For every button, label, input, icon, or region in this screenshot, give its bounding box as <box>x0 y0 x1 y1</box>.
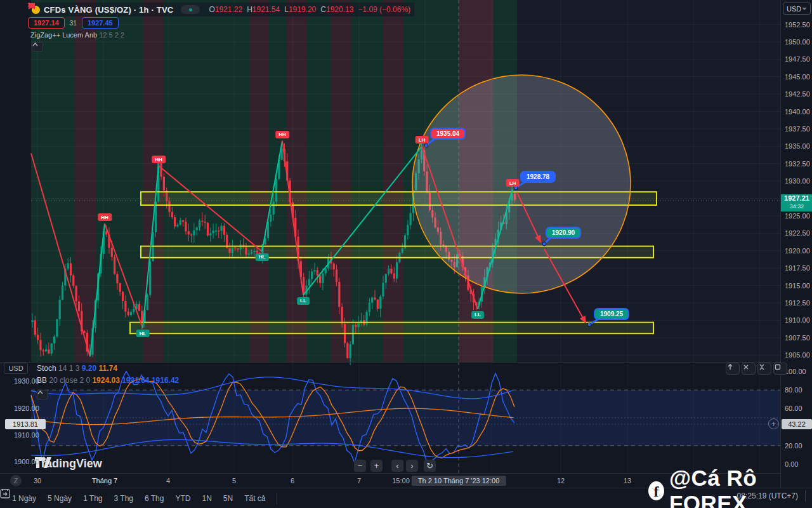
price-callout[interactable]: 1935.04 <box>430 128 466 140</box>
bb-legend[interactable]: BB 20 close 2 0 1924.03 1931.64 1916.42 <box>37 376 179 385</box>
buy-button[interactable]: 1927.45 <box>82 17 119 29</box>
watermark-text: @Cá Rô FOREX <box>669 465 812 508</box>
range-button-1n[interactable]: 1N <box>196 491 217 505</box>
divider <box>277 493 277 504</box>
bb-lower-value: 1916.42 <box>152 376 179 385</box>
chevron-left-button[interactable]: ‹ <box>391 460 403 472</box>
dot-icon <box>189 8 192 11</box>
spread-value: 31 <box>70 20 77 27</box>
waves-icon <box>28 3 34 8</box>
time-tick: 12 <box>557 477 565 485</box>
current-price: 1927.21 <box>781 194 812 203</box>
time-tick: 6 <box>291 477 294 485</box>
range-button-tất-cả[interactable]: Tất cả <box>239 491 271 505</box>
timezone-avatar[interactable]: Z <box>10 475 22 486</box>
price-callout[interactable]: 1920.90 <box>546 227 581 239</box>
bar-countdown: 34:32 <box>781 203 812 211</box>
sell-button[interactable]: 1927.14 <box>28 17 65 29</box>
price-callout[interactable]: 1909.25 <box>594 308 629 320</box>
chevron-right-button[interactable]: › <box>406 460 418 472</box>
panel-close-button[interactable] <box>742 363 756 375</box>
pivot-tag-hh: HH <box>275 131 289 138</box>
symbol-header: CFDs VÀNG (US$/OZ) · 1h · TVC O1921.22 H… <box>28 3 414 17</box>
pivot-tag-ll: LL <box>471 311 484 319</box>
ohlc-readout: O1921.22 H1921.54 L1919.20 C1920.13 −1.0… <box>209 5 410 14</box>
open-value: 1921.22 <box>215 5 242 14</box>
facebook-icon: f <box>648 481 664 500</box>
price-scale[interactable]: USD 1927.21 34:32 43.22 1952.501950.0019… <box>780 0 812 488</box>
high-value: 1921.54 <box>252 5 280 14</box>
left-scale-unit[interactable]: USD <box>4 363 28 374</box>
price-tick: 1907.50 <box>781 334 812 342</box>
range-button-5-ngày[interactable]: 5 Ngày <box>42 491 77 505</box>
pivot-tag-hh: HH <box>152 156 166 163</box>
bb-price-tick: 1910.00 <box>14 431 39 439</box>
pane-separator[interactable] <box>0 362 812 363</box>
range-button-1-thg[interactable]: 1 Thg <box>77 491 108 505</box>
time-tick: 5 <box>232 477 236 485</box>
price-tick: 1947.50 <box>781 55 812 63</box>
channel-watermark: f @Cá Rô FOREX <box>648 465 812 508</box>
plus-button[interactable]: + <box>768 418 779 429</box>
stoch-k-value: 9.20 <box>82 364 96 373</box>
time-tick: 30 <box>34 477 41 485</box>
low-value: 1919.20 <box>289 5 316 14</box>
pivot-tag-ll: LL <box>297 297 310 305</box>
time-tick: 13 <box>624 477 631 485</box>
range-button-ytd[interactable]: YTD <box>169 491 196 505</box>
panel-collapse-button[interactable] <box>37 390 48 399</box>
minus-button[interactable]: − <box>354 460 366 472</box>
time-tick: 7 <box>357 477 361 485</box>
price-tick: 1935.00 <box>781 142 812 150</box>
range-button-5n[interactable]: 5N <box>218 491 239 505</box>
indicator-name: ZigZag++ Lucem Anb <box>30 31 97 39</box>
pivot-tag-lh: LH <box>416 136 429 144</box>
bb-upper-value: 1931.64 <box>122 376 149 385</box>
plus-button[interactable]: + <box>370 460 383 472</box>
price-tick: 1912.50 <box>781 299 812 307</box>
price-callout[interactable]: 1928.78 <box>520 171 556 183</box>
indicator-legend[interactable]: ZigZag++ Lucem Anb 12 5 2 2 <box>30 31 124 39</box>
anchor-dot[interactable] <box>424 144 428 147</box>
change-value: −1.09 (−0.06%) <box>358 5 410 14</box>
bb-value-badge: 1913.81 <box>5 419 46 429</box>
tradingview-app: CFDs VÀNG (US$/OZ) · 1h · TVC O1921.22 H… <box>0 0 812 508</box>
anchor-dot[interactable] <box>587 323 591 326</box>
price-tick: 1952.50 <box>781 21 812 29</box>
bb-price-tick: 1900.00 <box>14 458 39 465</box>
tradingview-logo[interactable]: TradingView <box>35 457 102 471</box>
currency-dropdown[interactable]: USD <box>783 3 811 15</box>
pivot-tag-hl: HL <box>256 253 269 261</box>
close-value: 1920.13 <box>326 5 353 14</box>
price-tick: 1910.00 <box>781 316 812 324</box>
symbol-title[interactable]: CFDs VÀNG (US$/OZ) · 1h · TVC <box>44 5 173 15</box>
crosshair-time-badge: Th 2 10 Tháng 7 '23 12:00 <box>412 476 506 486</box>
price-tick: 1922.50 <box>781 229 812 237</box>
panel-arrow-up-button[interactable] <box>726 363 740 375</box>
price-tick: 1905.00 <box>781 351 812 359</box>
price-tick: 1940.00 <box>781 108 812 116</box>
stoch-tick: 80.00 <box>781 386 812 394</box>
current-price-badge: 1927.21 34:32 <box>781 194 812 211</box>
legend-collapse-button[interactable] <box>32 42 43 51</box>
price-tick: 1925.00 <box>781 212 812 220</box>
stoch-legend[interactable]: Stoch 14 1 3 9.20 11.74 <box>37 364 117 373</box>
reset-button[interactable]: ↻ <box>424 460 436 472</box>
time-tick: 4 <box>166 477 170 485</box>
chevron-down-icon <box>802 8 807 10</box>
panel-collapse-button[interactable] <box>757 363 771 375</box>
stoch-d-value: 11.74 <box>98 364 117 373</box>
stoch-value-badge: 43.22 <box>782 419 812 429</box>
panel-maximize-button[interactable] <box>773 363 787 375</box>
bb-price-tick: 1920.00 <box>14 404 39 412</box>
range-button-6-thg[interactable]: 6 Thg <box>139 491 169 505</box>
range-button-3-thg[interactable]: 3 Thg <box>108 491 139 505</box>
anchor-dot[interactable] <box>542 242 546 246</box>
stoch-tick: 60.00 <box>781 404 812 412</box>
indicator-toggle[interactable] <box>181 5 200 14</box>
time-tick: Tháng 7 <box>92 477 117 485</box>
price-tick: 1945.00 <box>781 73 812 81</box>
pivot-tag-hl: HL <box>136 330 150 337</box>
chart-canvas[interactable] <box>0 0 812 473</box>
price-tick: 1917.50 <box>781 264 812 272</box>
